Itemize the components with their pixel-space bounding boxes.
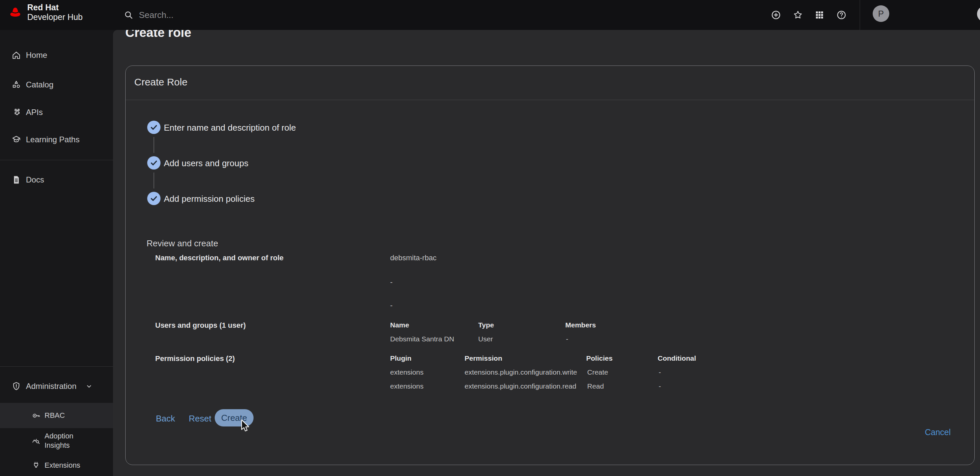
sidebar-item-docs[interactable]: Docs — [0, 170, 113, 190]
users-row-members: - — [566, 335, 568, 343]
step-label-3[interactable]: Add permission policies — [164, 193, 255, 204]
card-header-title: Create Role — [134, 76, 188, 88]
search-input[interactable] — [138, 10, 439, 21]
perm-row-conditional: - — [659, 382, 661, 390]
chevron-down-icon — [85, 382, 93, 390]
global-search — [124, 6, 439, 23]
perm-row-permission: extensions.plugin.configuration.read — [465, 382, 576, 390]
sidebar-item-catalog[interactable]: Catalog — [0, 75, 113, 95]
users-col-name: Name — [390, 321, 409, 329]
perm-row-plugin: extensions — [390, 382, 423, 390]
users-row-type: User — [478, 335, 493, 343]
brand-line2: Developer Hub — [27, 12, 83, 22]
review-heading: Review and create — [146, 238, 218, 248]
add-circle-icon[interactable] — [768, 7, 784, 23]
avatar[interactable]: P — [873, 5, 889, 22]
redhat-hat-icon — [7, 6, 23, 19]
sidebar-item-label: Catalog — [26, 80, 54, 89]
apis-icon — [11, 107, 21, 117]
main-content: Create role Create Role Enter name and d… — [113, 30, 980, 476]
extensions-plug-icon — [32, 461, 41, 470]
sidebar-item-home[interactable]: Home — [0, 45, 113, 65]
sidebar-item-label: RBAC — [45, 411, 65, 420]
apps-grid-icon[interactable] — [811, 7, 827, 23]
learning-paths-icon — [11, 135, 21, 145]
step-connector — [154, 137, 154, 153]
sidebar-item-administration[interactable]: Administration — [0, 376, 113, 396]
role-description-value: - — [390, 278, 393, 287]
help-icon[interactable] — [834, 7, 850, 23]
brand-line1: Red Hat — [27, 3, 83, 12]
back-button[interactable]: Back — [156, 414, 175, 424]
sidebar: Home Catalog APIs Learning Paths Docs Ad… — [0, 30, 113, 476]
key-icon — [32, 411, 41, 420]
reset-button[interactable]: Reset — [189, 414, 212, 424]
sidebar-item-label: Adoption Insights — [45, 431, 88, 450]
sidebar-item-label: Extensions — [45, 461, 80, 470]
step-label-2[interactable]: Add users and groups — [164, 158, 248, 169]
sidebar-item-apis[interactable]: APIs — [0, 102, 113, 122]
perm-row-plugin: extensions — [390, 368, 423, 376]
step-complete-icon[interactable] — [147, 121, 161, 134]
sidebar-divider — [0, 366, 113, 367]
star-icon[interactable] — [790, 7, 806, 23]
perm-row-permission: extensions.plugin.configuration.write — [465, 368, 577, 376]
cancel-button[interactable]: Cancel — [925, 427, 951, 437]
sidebar-divider — [0, 160, 113, 160]
brand-text: Red Hat Developer Hub — [27, 3, 83, 22]
home-icon — [11, 50, 21, 60]
perm-row-conditional: - — [659, 368, 661, 376]
perm-col-permission: Permission — [465, 354, 502, 362]
search-icon — [124, 10, 134, 20]
create-role-card: Create Role Enter name and description o… — [125, 65, 975, 465]
perm-row-policies: Read — [587, 382, 604, 390]
page-title: Create role — [125, 30, 191, 40]
step-label-1[interactable]: Enter name and description of role — [164, 122, 296, 133]
sidebar-item-rbac[interactable]: RBAC — [0, 403, 113, 428]
step-connector — [154, 172, 154, 188]
card-header-divider — [126, 100, 974, 100]
name-section-label: Name, description, and owner of role — [155, 254, 283, 262]
sidebar-item-label: Learning Paths — [26, 135, 80, 144]
step-complete-icon[interactable] — [147, 156, 161, 170]
sidebar-item-label: APIs — [26, 108, 43, 117]
sidebar-item-learning-paths[interactable]: Learning Paths — [0, 130, 113, 150]
role-name-value: debsmita-rbac — [390, 254, 436, 262]
sidebar-item-label: Docs — [26, 175, 44, 185]
topbar-divider — [860, 0, 860, 30]
role-owner-value: - — [390, 301, 393, 310]
perm-col-conditional: Conditional — [658, 354, 696, 362]
perm-col-plugin: Plugin — [390, 354, 411, 362]
administration-shield-icon — [11, 381, 21, 391]
users-section-label: Users and groups (1 user) — [155, 321, 246, 330]
step-complete-icon[interactable] — [147, 192, 161, 205]
perm-col-policies: Policies — [586, 354, 612, 362]
edge-partial-circle — [977, 6, 980, 22]
adoption-insights-icon — [32, 436, 41, 446]
catalog-icon — [11, 80, 21, 90]
docs-icon — [11, 175, 21, 185]
topbar: Red Hat Developer Hub P — [0, 0, 980, 30]
users-row-name: Debsmita Santra DN — [390, 335, 454, 343]
permissions-section-label: Permission policies (2) — [155, 354, 235, 363]
users-col-type: Type — [478, 321, 494, 329]
mouse-cursor — [240, 419, 251, 433]
perm-row-policies: Create — [587, 368, 608, 376]
sidebar-item-extensions[interactable]: Extensions — [0, 455, 113, 475]
sidebar-item-adoption-insights[interactable]: Adoption Insights — [0, 428, 113, 454]
users-col-members: Members — [565, 321, 596, 329]
sidebar-item-label: Administration — [26, 382, 76, 391]
sidebar-item-label: Home — [26, 51, 47, 60]
brand-logo[interactable]: Red Hat Developer Hub — [7, 3, 83, 22]
app-window: Create role Create Role Enter name and d… — [0, 0, 980, 476]
